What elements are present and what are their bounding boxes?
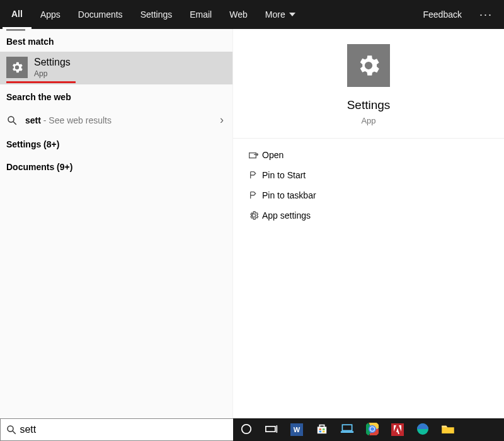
tab-documents[interactable]: Documents xyxy=(69,0,132,29)
taskbar-laptop[interactable] xyxy=(338,421,357,438)
svg-point-5 xyxy=(242,424,251,433)
preview-title: Settings xyxy=(347,98,391,112)
action-pin-start[interactable]: Pin to Start xyxy=(244,165,493,185)
best-match-title: Settings xyxy=(34,57,71,68)
svg-point-3 xyxy=(8,426,13,432)
edge-icon xyxy=(416,423,429,437)
preview-actions: Open Pin to Start Pin to taskbar App set… xyxy=(233,139,504,232)
search-web-heading: Search the web xyxy=(0,84,232,107)
best-match-heading: Best match xyxy=(0,29,232,52)
svg-rect-10 xyxy=(323,428,325,430)
tab-active-marker xyxy=(6,29,25,31)
tab-email[interactable]: Email xyxy=(181,0,220,29)
chevron-right-icon: › xyxy=(220,113,226,127)
search-icon xyxy=(6,424,17,435)
tab-label: All xyxy=(11,9,23,19)
tab-web[interactable]: Web xyxy=(220,0,256,29)
gear-icon xyxy=(10,60,24,74)
svg-point-0 xyxy=(8,117,14,122)
search-results-pane: Best match Settings App Search the web s… xyxy=(0,29,504,418)
svg-point-20 xyxy=(370,427,374,431)
tab-label: More xyxy=(265,9,285,20)
tab-more[interactable]: More xyxy=(256,0,304,29)
taskbar-cortana[interactable] xyxy=(237,421,256,438)
action-label: Pin to taskbar xyxy=(262,190,316,200)
taskbar-taskview[interactable] xyxy=(262,421,281,438)
svg-rect-9 xyxy=(319,428,322,430)
preview-pane: Settings App Open Pin to Start Pin to xyxy=(233,29,504,418)
feedback-button[interactable]: Feedback xyxy=(415,0,471,29)
category-documents[interactable]: Documents (9+) xyxy=(0,156,232,178)
taskbar-edge[interactable] xyxy=(413,421,432,438)
svg-line-1 xyxy=(13,122,16,125)
spacer xyxy=(304,0,415,29)
adobe-icon xyxy=(391,423,404,436)
annotation-underline xyxy=(6,81,76,83)
action-app-settings[interactable]: App settings xyxy=(244,205,493,226)
action-label: App settings xyxy=(262,210,311,220)
ellipsis-icon: ··· xyxy=(479,8,493,21)
preview-subtitle: App xyxy=(361,116,375,125)
settings-app-icon xyxy=(6,57,28,78)
tab-label: Email xyxy=(190,9,212,20)
preview-app-icon xyxy=(347,44,390,87)
search-filter-tabs: All Apps Documents Settings Email Web Mo… xyxy=(0,0,504,29)
action-label: Pin to Start xyxy=(262,170,306,180)
pin-start-icon xyxy=(246,171,262,180)
svg-rect-6 xyxy=(266,426,275,431)
tab-apps[interactable]: Apps xyxy=(32,0,69,29)
taskbar-adobe[interactable] xyxy=(388,421,407,438)
more-options-button[interactable]: ··· xyxy=(471,0,501,29)
chevron-down-icon xyxy=(289,13,295,16)
taskbar: W xyxy=(233,418,504,441)
svg-rect-8 xyxy=(318,427,326,433)
feedback-label: Feedback xyxy=(423,9,462,20)
tab-settings[interactable]: Settings xyxy=(132,0,181,29)
taskbar-explorer[interactable] xyxy=(438,421,457,438)
svg-rect-14 xyxy=(341,431,353,433)
action-pin-taskbar[interactable]: Pin to taskbar xyxy=(244,185,493,205)
pin-task-icon xyxy=(246,191,262,200)
best-match-result[interactable]: Settings App xyxy=(0,52,232,84)
svg-rect-2 xyxy=(249,153,256,158)
svg-line-4 xyxy=(13,431,16,434)
action-label: Open xyxy=(262,150,284,160)
taskview-icon xyxy=(265,425,278,435)
tab-label: Apps xyxy=(40,9,60,20)
tab-label: Settings xyxy=(140,9,173,20)
category-label: Settings (8+) xyxy=(6,139,59,149)
bottom-bar: W xyxy=(0,418,504,441)
tab-label: Documents xyxy=(78,9,123,20)
category-label: Documents (9+) xyxy=(6,162,72,172)
category-settings[interactable]: Settings (8+) xyxy=(0,133,232,156)
tab-label: Web xyxy=(229,9,248,20)
taskbar-chrome[interactable] xyxy=(363,421,382,438)
chrome-icon xyxy=(366,423,379,437)
gear-icon xyxy=(355,52,382,79)
tab-all[interactable]: All xyxy=(3,0,32,29)
preview-header: Settings App xyxy=(233,29,504,139)
taskbar-store[interactable] xyxy=(312,421,331,438)
best-match-subtitle: App xyxy=(34,69,71,78)
search-input[interactable] xyxy=(20,424,228,435)
web-search-hint: - See web results xyxy=(41,115,112,125)
action-open[interactable]: Open xyxy=(244,145,493,165)
circle-icon xyxy=(241,423,252,437)
svg-rect-11 xyxy=(319,430,322,432)
svg-rect-13 xyxy=(342,425,352,430)
web-search-query: sett xyxy=(25,115,41,125)
gear-icon xyxy=(246,210,262,220)
taskbar-word[interactable]: W xyxy=(287,421,306,438)
web-search-text: sett - See web results xyxy=(25,115,112,125)
store-icon xyxy=(316,423,328,437)
open-icon xyxy=(246,151,262,159)
best-match-text: Settings App xyxy=(34,57,71,78)
laptop-icon xyxy=(340,424,354,436)
folder-icon xyxy=(441,424,455,436)
search-icon xyxy=(6,115,18,126)
web-search-result[interactable]: sett - See web results › xyxy=(0,107,232,133)
svg-rect-12 xyxy=(323,430,325,432)
word-icon: W xyxy=(290,423,303,436)
results-list: Best match Settings App Search the web s… xyxy=(0,29,233,418)
search-box[interactable] xyxy=(0,418,233,441)
